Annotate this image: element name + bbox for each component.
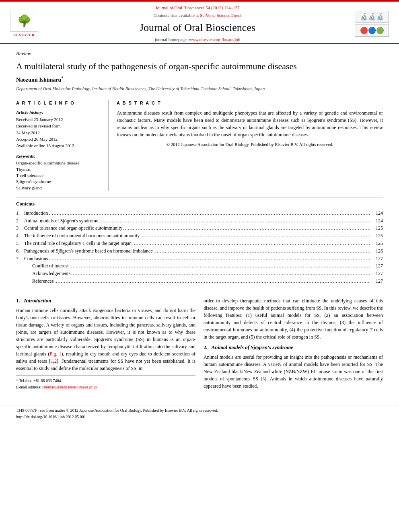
- journal-issue-link[interactable]: Journal of Oral Biosciences 54 (2012) 12…: [44, 5, 351, 11]
- toc-item-1: 1. Introduction 124: [16, 210, 383, 217]
- section1-para2: order to develop therapeutic methods tha…: [204, 297, 383, 341]
- keyword-1: Organ-specific autoimmune disease: [16, 160, 102, 166]
- ref1-link[interactable]: 1: [51, 358, 53, 364]
- journal-logo-box-top: 🔬🔬🔬: [355, 11, 389, 23]
- journal-logo-right: 🔬🔬🔬 🔴🔵🟢: [355, 11, 391, 37]
- article-info-title: A R T I C L E I N F O: [16, 100, 102, 106]
- toc-item-7: 7. Conclusions 127: [16, 255, 383, 262]
- elsevier-logo: 🌳 ELSEVIER: [8, 10, 40, 38]
- footnote-email[interactable]: ishimaru@dent.tokushima-u.ac.jp: [42, 385, 97, 389]
- sciverse-link[interactable]: SciVerse ScienceDirect: [200, 13, 241, 18]
- author-name: Naozumi Ishimaru*: [16, 75, 383, 84]
- toc-item-5: 5. The critical role of regulatory T cel…: [16, 240, 383, 247]
- ref2-link[interactable]: 2: [54, 358, 57, 364]
- main-content: Review A multilateral study of the patho…: [0, 44, 399, 401]
- keywords-section: Keywords: Organ-specific autoimmune dise…: [16, 153, 102, 191]
- contents-title: Contents: [16, 201, 383, 207]
- keyword-2: Thymus: [16, 166, 102, 173]
- abstract-col: A B S T R A C T Autoimmune diseases resu…: [117, 100, 383, 191]
- homepage-label: journal homepage:: [155, 37, 188, 42]
- toc-acknowledgements: Acknowledgements 127: [16, 270, 383, 277]
- section2-number: 2.: [204, 344, 208, 350]
- page: 🌳 ELSEVIER Journal of Oral Biosciences 5…: [0, 0, 399, 532]
- section1-heading: 1. Introduction: [16, 297, 195, 304]
- journal-header: 🌳 ELSEVIER Journal of Oral Biosciences 5…: [0, 2, 399, 44]
- article-info-col: A R T I C L E I N F O Article history: R…: [16, 100, 109, 191]
- section1-number: 1.: [16, 298, 20, 304]
- affiliation: Department of Oral Molecular Pathology, …: [16, 86, 383, 92]
- section2-heading: 2. Animal models of Sjögren's syndrome: [204, 344, 383, 351]
- journal-logo-box-bottom: 🔴🔵🟢: [355, 25, 389, 37]
- elsevier-text: ELSEVIER: [13, 33, 35, 38]
- section2-para1: Animal models are useful for providing a…: [204, 353, 383, 390]
- keyword-5: Salivary gland: [16, 185, 102, 191]
- toc-conflict: Conflict of interest 127: [16, 263, 383, 269]
- toc-item-3: 3. Central tolerance and organ-specific …: [16, 225, 383, 232]
- online-date: Available online 18 August 2012: [16, 143, 102, 149]
- footer-doi: http://dx.doi.org/10.1016/j.job.2012.05.…: [16, 414, 383, 420]
- toc-item-6: 6. Pathogenesis of Sjögren's syndrome ba…: [16, 248, 383, 255]
- toc-item-4: 4. The influence of environmental hormon…: [16, 232, 383, 239]
- section-label: Review: [16, 50, 383, 58]
- journal-title: Journal of Oral Biosciences: [44, 21, 351, 35]
- contents-section: Contents 1. Introduction 124 2. Animal m…: [16, 197, 383, 285]
- body-col-right: order to develop therapeutic methods tha…: [204, 297, 383, 393]
- elsevier-logo-box: 🌳: [10, 10, 38, 32]
- footnote-tel: * Tel./fax: +81 88 633 7464.: [16, 378, 195, 384]
- accepted-date: Accepted 26 May 2012: [16, 136, 102, 142]
- section2-title: Animal models of Sjögren's syndrome: [212, 344, 294, 350]
- body-two-col: 1. Introduction Human immune cells norma…: [16, 297, 383, 393]
- article-history-label: Article history:: [16, 109, 102, 115]
- fig1-link[interactable]: Fig. 1: [49, 351, 61, 357]
- homepage-line: journal homepage: www.elsevier.com/locat…: [44, 37, 351, 43]
- toc-item-2: 2. Animal models of Sjögren's syndrome 1…: [16, 218, 383, 224]
- abstract-text: Autoimmune diseases result from complex …: [117, 109, 383, 138]
- article-divider: [16, 96, 383, 96]
- footnote-area: * Tel./fax: +81 88 633 7464. E-mail addr…: [16, 375, 195, 390]
- body-col-left: 1. Introduction Human immune cells norma…: [16, 297, 195, 393]
- footnote-email-line: E-mail address: ishimaru@dent.tokushima-…: [16, 384, 195, 390]
- keywords-label: Keywords:: [16, 153, 102, 159]
- two-col-layout: A R T I C L E I N F O Article history: R…: [16, 100, 383, 191]
- keyword-4: Sjögren's syndrome: [16, 179, 102, 185]
- section-divider: [16, 291, 383, 291]
- section1-para1: Human immune cells normally attack exoge…: [16, 307, 195, 372]
- toc-references: References 127: [16, 278, 383, 285]
- article-title: A multilateral study of the pathogenesis…: [16, 61, 383, 72]
- abstract-title: A B S T R A C T: [117, 100, 383, 106]
- page-footer: 1349-0079/$ - see front matter © 2012 Ja…: [0, 405, 399, 423]
- section1-title: Introduction: [24, 298, 51, 304]
- abstract-copyright: © 2012 Japanese Association for Oral Bio…: [117, 142, 383, 148]
- elsevier-tree-icon: 🌳: [17, 15, 31, 27]
- homepage-link[interactable]: www.elsevier.com/locate/job: [189, 37, 241, 42]
- received-date: Received 23 January 2012: [16, 117, 102, 123]
- keyword-3: T cell tolerance: [16, 173, 102, 179]
- ref3-link[interactable]: 3: [262, 376, 265, 382]
- revised-date: 24 May 2012: [16, 130, 102, 136]
- footer-issn: 1349-0079/$ - see front matter © 2012 Ja…: [16, 408, 383, 413]
- header-center: Journal of Oral Biosciences 54 (2012) 12…: [40, 5, 355, 43]
- revised-label: Received in revised form: [16, 123, 102, 129]
- contents-link: Contents lists available at SciVerse Sci…: [44, 12, 351, 18]
